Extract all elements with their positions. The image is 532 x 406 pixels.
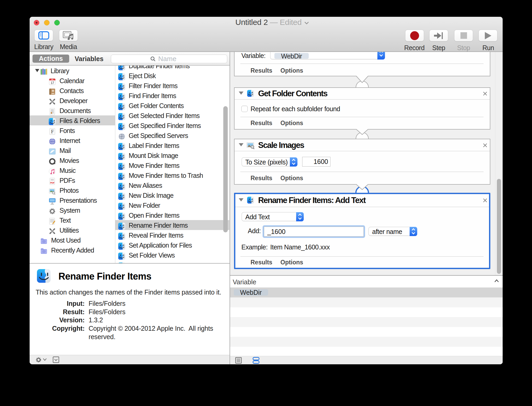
svg-text:PDF: PDF <box>50 181 55 184</box>
svg-text:17: 17 <box>51 81 54 85</box>
svg-text:F: F <box>51 129 54 134</box>
svg-text:JUL: JUL <box>51 79 54 80</box>
